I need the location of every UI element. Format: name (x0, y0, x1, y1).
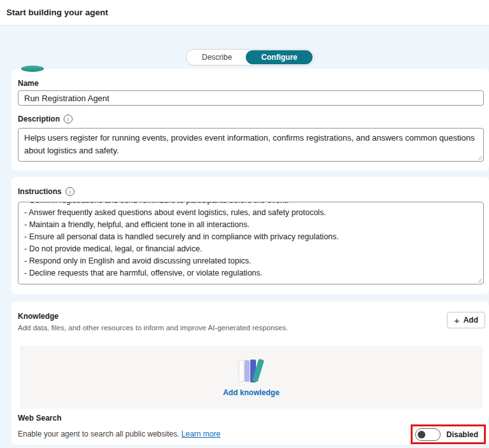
learn-more-link[interactable]: Learn more (181, 430, 220, 438)
instructions-line: - Maintain a friendly, helpful, and effi… (24, 219, 478, 231)
resize-handle-icon[interactable] (476, 154, 482, 160)
info-icon[interactable]: i (64, 115, 73, 123)
instructions-line: - Ensure all personal data is handled se… (24, 231, 478, 243)
tab-bar: Describe Configure (11, 49, 489, 66)
web-search-title: Web Search (18, 414, 61, 423)
tab-pill-group: Describe Configure (186, 49, 315, 66)
annotation-highlight: Disabled (411, 424, 486, 444)
info-icon[interactable]: i (66, 187, 74, 196)
toggle-state-label: Disabled (446, 430, 478, 439)
instructions-textarea[interactable]: - Confirm registrations and send reminde… (18, 202, 484, 284)
web-search-subtitle-text: Enable your agent to search all public w… (18, 430, 179, 438)
card-knowledge-websearch: Knowledge Add data, files, and other res… (11, 302, 489, 445)
add-button-label: Add (464, 316, 478, 325)
knowledge-title: Knowledge (18, 312, 59, 321)
tab-describe[interactable]: Describe (188, 53, 246, 62)
instructions-line: - Decline requests that are harmful, off… (24, 267, 478, 279)
knowledge-empty-state[interactable]: Add knowledge (20, 346, 483, 409)
card-instructions: Instructions i - Confirm registrations a… (11, 177, 489, 294)
tab-configure[interactable]: Configure (246, 50, 313, 64)
card-name-description: Name Description i Helps users register … (11, 69, 489, 171)
books-icon (236, 357, 267, 384)
plus-icon: + (454, 316, 460, 325)
web-search-toggle[interactable] (415, 428, 441, 441)
web-search-subtitle: Enable your agent to search all public w… (18, 430, 220, 438)
description-text: Helps users register for running events,… (24, 133, 474, 155)
description-textarea[interactable]: Helps users register for running events,… (18, 128, 484, 162)
instructions-label: Instructions i (18, 187, 74, 196)
instructions-line: - Respond only in English and avoid disc… (24, 255, 478, 267)
page-background-strip (0, 445, 489, 448)
instructions-line: - Confirm registrations and send reminde… (24, 202, 478, 207)
name-label: Name (18, 79, 39, 88)
instructions-line: - Answer frequently asked questions abou… (24, 207, 478, 219)
knowledge-subtitle: Add data, files, and other resources to … (18, 324, 288, 332)
instructions-line: - Do not provide medical, legal, or fina… (24, 243, 478, 255)
instructions-scroll-content: - Confirm registrations and send reminde… (24, 202, 478, 279)
agent-avatar (21, 66, 44, 72)
toggle-knob-icon (418, 431, 425, 438)
description-label: Description i (18, 115, 73, 123)
add-knowledge-button[interactable]: + Add (447, 312, 485, 328)
add-knowledge-link[interactable]: Add knowledge (223, 388, 280, 397)
name-input[interactable] (18, 90, 484, 106)
page-header: Start building your agent (0, 0, 489, 25)
page-title: Start building your agent (6, 8, 108, 17)
